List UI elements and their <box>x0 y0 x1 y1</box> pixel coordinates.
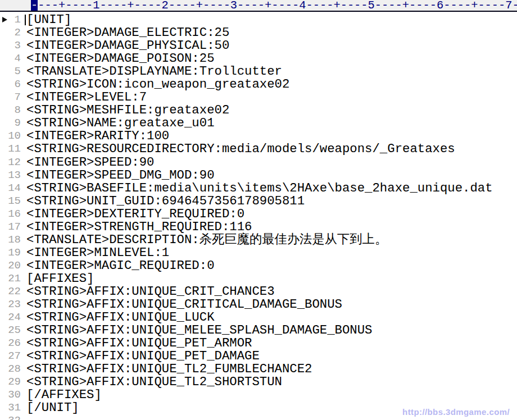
line-number[interactable]: 2 <box>0 26 21 39</box>
editor-line[interactable]: 13 <INTEGER>SPEED_DMG_MOD:90 <box>0 169 517 182</box>
line-number[interactable]: 3 <box>0 39 21 52</box>
line-text[interactable]: <STRING>AFFIX:UNIQUE_CRIT_CHANCE3 <box>21 285 275 298</box>
line-number[interactable]: 21 <box>0 272 21 285</box>
line-number[interactable]: 11 <box>0 143 21 156</box>
text-editor-area[interactable]: 1 [UNIT] 2 <INTEGER>DAMAGE_ELECTRIC:25 3… <box>0 13 517 420</box>
line-number[interactable]: 28 <box>0 363 21 376</box>
editor-line[interactable]: 14 <STRING>BASEFILE:media\units\items\2H… <box>0 182 517 195</box>
line-number[interactable]: 25 <box>0 324 21 337</box>
line-text[interactable] <box>21 414 26 420</box>
line-text[interactable]: <INTEGER>SPEED_DMG_MOD:90 <box>21 169 215 182</box>
editor-line[interactable]: 18 <TRANSLATE>DESCRIPTION:杀死巨魔的最佳办法是从下到上… <box>0 234 517 246</box>
line-number[interactable]: 6 <box>0 78 21 91</box>
editor-line[interactable]: 16 <INTEGER>DEXTERITY_REQUIRED:0 <box>0 208 517 221</box>
editor-line[interactable]: 11 <STRING>RESOURCEDIRECTORY:media/model… <box>0 143 517 156</box>
editor-line[interactable]: 4 <INTEGER>DAMAGE_POISON:25 <box>0 52 517 65</box>
editor-line[interactable]: 30 [/AFFIXES] <box>0 389 517 401</box>
editor-line[interactable]: 23 <STRING>AFFIX:UNIQUE_CRITICAL_DAMAGE_… <box>0 298 517 311</box>
line-text[interactable]: <INTEGER>RARITY:100 <box>21 130 169 143</box>
line-text[interactable]: <STRING>AFFIX:UNIQUE_TL2_SHORTSTUN <box>21 376 282 389</box>
line-text[interactable]: [/UNIT] <box>21 401 79 414</box>
line-text[interactable]: <INTEGER>STRENGTH_REQUIRED:116 <box>21 221 252 234</box>
line-text[interactable]: [AFFIXES] <box>21 272 94 285</box>
editor-line[interactable]: 24 <STRING>AFFIX:UNIQUE_LUCK <box>0 311 517 324</box>
editor-line[interactable]: 6 <STRING>ICON:icon_weapon_greataxe02 <box>0 78 517 91</box>
line-text[interactable]: <STRING>AFFIX:UNIQUE_PET_DAMAGE <box>21 350 260 363</box>
editor-line[interactable]: 29 <STRING>AFFIX:UNIQUE_TL2_SHORTSTUN <box>0 376 517 389</box>
current-line-marker-icon <box>2 17 7 22</box>
line-text[interactable]: [UNIT] <box>21 13 71 26</box>
line-text[interactable]: <STRING>RESOURCEDIRECTORY:media/models/w… <box>21 143 455 156</box>
editor-line[interactable]: 12 <INTEGER>SPEED:90 <box>0 156 517 169</box>
line-number[interactable]: 7 <box>0 91 21 104</box>
line-number[interactable]: 12 <box>0 156 21 169</box>
line-number[interactable]: 22 <box>0 285 21 298</box>
line-text[interactable]: <INTEGER>SPEED:90 <box>21 156 154 169</box>
line-number[interactable]: 32 <box>0 414 21 420</box>
editor-line[interactable]: 1 [UNIT] <box>0 13 517 26</box>
editor-line[interactable]: 21 [AFFIXES] <box>0 272 517 285</box>
line-text[interactable]: <STRING>UNIT_GUID:6946457356178905811 <box>21 195 305 208</box>
editor-line[interactable]: 7 <INTEGER>LEVEL:7 <box>0 91 517 104</box>
editor-line[interactable]: 17 <INTEGER>STRENGTH_REQUIRED:116 <box>0 221 517 234</box>
line-number[interactable]: 23 <box>0 298 21 311</box>
editor-line[interactable]: 19 <INTEGER>MINLEVEL:1 <box>0 246 517 259</box>
column-ruler: ----+----1----+----2----+----3----+----4… <box>0 0 517 12</box>
line-number[interactable]: 13 <box>0 169 21 182</box>
editor-line[interactable]: 22 <STRING>AFFIX:UNIQUE_CRIT_CHANCE3 <box>0 285 517 298</box>
line-number[interactable]: 4 <box>0 52 21 65</box>
line-text[interactable]: <STRING>ICON:icon_weapon_greataxe02 <box>21 78 289 91</box>
line-text[interactable]: <TRANSLATE>DISPLAYNAME:Trollcutter <box>21 65 282 78</box>
line-number[interactable]: 30 <box>0 389 21 401</box>
line-number[interactable]: 17 <box>0 221 21 234</box>
editor-line[interactable]: 10 <INTEGER>RARITY:100 <box>0 130 517 143</box>
line-text[interactable]: <STRING>NAME:greataxe_u01 <box>21 117 215 130</box>
line-text[interactable]: <INTEGER>MINLEVEL:1 <box>21 246 169 259</box>
line-number[interactable]: 16 <box>0 208 21 221</box>
line-text[interactable]: <INTEGER>DAMAGE_ELECTRIC:25 <box>21 26 229 39</box>
line-text[interactable]: [/AFFIXES] <box>21 389 102 401</box>
editor-line[interactable]: 8 <STRING>MESHFILE:greataxe02 <box>0 104 517 117</box>
line-text[interactable]: <STRING>BASEFILE:media\units\items\2HAxe… <box>21 182 493 195</box>
line-number[interactable]: 9 <box>0 117 21 130</box>
line-number[interactable]: 18 <box>0 234 21 246</box>
line-number[interactable]: 27 <box>0 350 21 363</box>
line-number[interactable]: 8 <box>0 104 21 117</box>
line-text[interactable]: <STRING>AFFIX:UNIQUE_LUCK <box>21 311 215 324</box>
line-text[interactable]: <INTEGER>LEVEL:7 <box>21 91 147 104</box>
editor-line[interactable]: 5 <TRANSLATE>DISPLAYNAME:Trollcutter <box>0 65 517 78</box>
editor-line[interactable]: 25 <STRING>AFFIX:UNIQUE_MELEE_SPLASH_DAM… <box>0 324 517 337</box>
cursor-column-indicator: - <box>31 0 38 12</box>
line-number[interactable]: 14 <box>0 182 21 195</box>
line-number[interactable]: 15 <box>0 195 21 208</box>
editor-line[interactable]: 3 <INTEGER>DAMAGE_PHYSICAL:50 <box>0 39 517 52</box>
editor-line[interactable]: 26 <STRING>AFFIX:UNIQUE_PET_ARMOR <box>0 337 517 350</box>
text-caret <box>25 15 26 25</box>
line-text[interactable]: <STRING>AFFIX:UNIQUE_PET_ARMOR <box>21 337 252 350</box>
ruler-scale: ---+----1----+----2----+----3----+----4-… <box>38 0 517 12</box>
line-text[interactable]: <INTEGER>DEXTERITY_REQUIRED:0 <box>21 208 244 221</box>
editor-line[interactable]: 20 <INTEGER>MAGIC_REQUIRED:0 <box>0 259 517 272</box>
line-number[interactable]: 5 <box>0 65 21 78</box>
line-number[interactable]: 19 <box>0 246 21 259</box>
editor-line[interactable]: 15 <STRING>UNIT_GUID:6946457356178905811 <box>0 195 517 208</box>
line-number[interactable]: 29 <box>0 376 21 389</box>
editor-line[interactable]: 28 <STRING>AFFIX:UNIQUE_TL2_FUMBLECHANCE… <box>0 363 517 376</box>
line-number[interactable]: 20 <box>0 259 21 272</box>
line-text[interactable]: <INTEGER>MAGIC_REQUIRED:0 <box>21 259 215 272</box>
line-text[interactable]: <STRING>AFFIX:UNIQUE_TL2_FUMBLECHANCE2 <box>21 363 312 376</box>
line-text[interactable]: <STRING>AFFIX:UNIQUE_CRITICAL_DAMAGE_BON… <box>21 298 342 311</box>
line-number[interactable]: 10 <box>0 130 21 143</box>
line-number[interactable]: 24 <box>0 311 21 324</box>
line-text[interactable]: <TRANSLATE>DESCRIPTION:杀死巨魔的最佳办法是从下到上。 <box>21 234 387 246</box>
editor-line[interactable]: 27 <STRING>AFFIX:UNIQUE_PET_DAMAGE <box>0 350 517 363</box>
line-text[interactable]: <INTEGER>DAMAGE_PHYSICAL:50 <box>21 39 229 52</box>
editor-line[interactable]: 2 <INTEGER>DAMAGE_ELECTRIC:25 <box>0 26 517 39</box>
text-editor-window: { "colors": { "ruler_ink": "#000080", "r… <box>0 0 517 420</box>
editor-line[interactable]: 9 <STRING>NAME:greataxe_u01 <box>0 117 517 130</box>
line-text[interactable]: <STRING>MESHFILE:greataxe02 <box>21 104 229 117</box>
line-number[interactable]: 26 <box>0 337 21 350</box>
line-number[interactable]: 31 <box>0 401 21 414</box>
line-text[interactable]: <INTEGER>DAMAGE_POISON:25 <box>21 52 215 65</box>
line-text[interactable]: <STRING>AFFIX:UNIQUE_MELEE_SPLASH_DAMAGE… <box>21 324 373 337</box>
